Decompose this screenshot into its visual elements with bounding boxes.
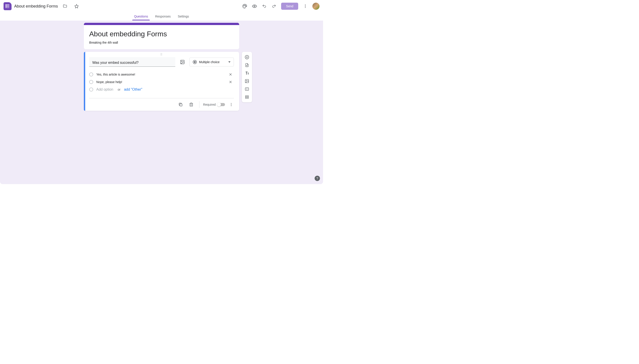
plus-circle-icon	[245, 55, 249, 60]
svg-point-13	[231, 106, 232, 106]
trash-icon	[189, 102, 193, 107]
send-button[interactable]: Send	[281, 3, 298, 10]
close-icon	[229, 80, 233, 84]
svg-point-11	[231, 103, 232, 104]
option-row: Nope, please help!	[89, 78, 234, 86]
video-icon	[245, 87, 249, 91]
form-description[interactable]: Breaking the 4th wall	[89, 41, 234, 44]
move-to-folder-button[interactable]	[61, 2, 69, 11]
redo-icon	[272, 4, 276, 8]
duplicate-button[interactable]	[176, 100, 185, 109]
forms-logo-icon[interactable]	[4, 2, 12, 10]
form-container: About embedding Forms Breaking the 4th w…	[84, 23, 239, 111]
svg-point-7	[305, 7, 306, 8]
add-section-button[interactable]	[242, 93, 252, 101]
form-title[interactable]: About embedding Forms	[89, 30, 234, 38]
option-input[interactable]: Nope, please help!	[96, 80, 226, 84]
radio-placeholder-icon	[89, 72, 93, 76]
avatar[interactable]	[312, 3, 319, 10]
option-row: Yes, this article is awesome!	[89, 71, 234, 78]
star-icon	[74, 4, 79, 8]
folder-icon	[63, 4, 67, 8]
svg-point-16	[246, 80, 247, 81]
add-image-button[interactable]	[178, 58, 187, 66]
svg-point-6	[305, 6, 306, 6]
help-icon: ?	[316, 176, 318, 180]
svg-point-4	[254, 6, 255, 7]
more-menu-button[interactable]	[301, 2, 310, 11]
star-button[interactable]	[72, 2, 81, 11]
help-button[interactable]: ?	[315, 176, 320, 181]
type-label: Multiple choice	[199, 60, 220, 64]
tab-settings[interactable]: Settings	[174, 13, 192, 20]
svg-rect-19	[245, 98, 248, 98]
palette-icon	[242, 4, 247, 9]
more-vert-icon	[303, 4, 308, 8]
delete-button[interactable]	[187, 100, 196, 109]
tab-responses[interactable]: Responses	[151, 13, 174, 20]
option-input[interactable]: Yes, this article is awesome!	[96, 73, 226, 76]
customize-theme-button[interactable]	[240, 2, 249, 11]
drag-handle-icon[interactable]: ⠿	[84, 52, 239, 57]
radio-placeholder-icon	[89, 88, 93, 92]
question-footer: Required	[84, 98, 239, 111]
undo-button[interactable]	[260, 2, 269, 11]
image-icon	[245, 79, 249, 83]
question-text-input[interactable]: Was your embed successful?	[89, 57, 175, 67]
svg-rect-18	[245, 96, 248, 96]
side-toolbar	[242, 52, 252, 102]
chevron-down-icon	[228, 61, 231, 63]
add-other-button[interactable]: add "Other"	[124, 88, 142, 92]
section-icon	[245, 95, 249, 99]
question-header-row: Was your embed successful? Multiple choi…	[84, 57, 239, 67]
remove-option-button[interactable]	[229, 72, 234, 76]
copy-icon	[178, 102, 183, 107]
add-video-button[interactable]	[242, 85, 252, 93]
svg-point-1	[244, 5, 245, 5]
svg-point-0	[244, 6, 244, 6]
remove-option-button[interactable]	[229, 80, 234, 84]
add-option-row: Add option or add "Other"	[89, 86, 234, 93]
undo-icon	[262, 4, 267, 8]
text-icon	[245, 71, 249, 75]
header-left: About embedding Forms	[4, 2, 81, 11]
svg-point-9	[181, 61, 182, 62]
or-label: or	[118, 88, 120, 91]
required-label: Required	[203, 103, 216, 106]
add-question-button[interactable]	[242, 53, 252, 61]
tab-questions[interactable]: Questions	[130, 13, 151, 20]
tabs-bar: Questions Responses Settings	[0, 12, 323, 20]
svg-point-5	[305, 5, 306, 5]
svg-rect-10	[180, 104, 182, 106]
image-icon	[180, 60, 185, 64]
import-questions-button[interactable]	[242, 61, 252, 69]
separator	[199, 101, 199, 108]
add-option-button[interactable]: Add option	[96, 88, 113, 92]
question-card[interactable]: ⠿ Was your embed successful? Multiple ch…	[84, 52, 239, 111]
question-type-select[interactable]: Multiple choice	[189, 58, 234, 66]
header-right: Send	[240, 2, 319, 11]
add-image-tool-button[interactable]	[242, 77, 252, 85]
required-toggle[interactable]	[218, 103, 225, 106]
eye-icon	[252, 4, 257, 9]
document-title[interactable]: About embedding Forms	[14, 4, 58, 9]
import-icon	[245, 63, 249, 67]
question-more-button[interactable]	[227, 100, 236, 109]
add-title-button[interactable]	[242, 69, 252, 77]
workspace: About embedding Forms Breaking the 4th w…	[0, 20, 323, 184]
svg-point-3	[246, 6, 246, 6]
svg-point-2	[245, 5, 246, 6]
radio-placeholder-icon	[89, 80, 93, 84]
preview-button[interactable]	[250, 2, 259, 11]
app-header: About embedding Forms Send	[0, 0, 323, 12]
close-icon	[229, 72, 233, 76]
redo-button[interactable]	[270, 2, 279, 11]
radio-icon	[193, 60, 197, 64]
title-card[interactable]: About embedding Forms Breaking the 4th w…	[84, 23, 239, 49]
svg-point-12	[231, 104, 232, 105]
options-list: Yes, this article is awesome! Nope, plea…	[84, 67, 239, 94]
more-vert-icon	[229, 102, 233, 106]
question-text: Was your embed successful?	[92, 61, 138, 64]
